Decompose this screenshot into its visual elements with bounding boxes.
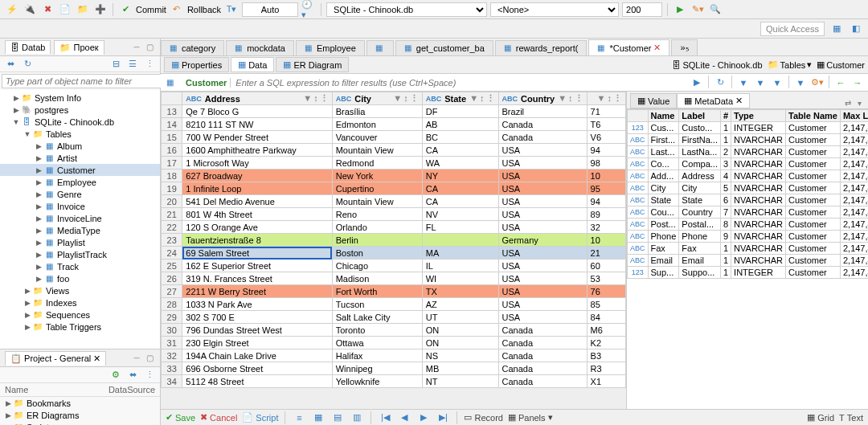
crumb-table[interactable]: ▦ Customer: [817, 59, 865, 70]
refresh-icon[interactable]: ↻: [20, 57, 35, 72]
editor-tab-get_customer_ba[interactable]: ▦get_customer_ba: [395, 40, 493, 55]
history-icon[interactable]: 🕘▾: [301, 2, 316, 17]
tab-value[interactable]: ▦ Value: [630, 93, 677, 108]
proj-item-er diagrams[interactable]: ▶📁ER Diagrams: [0, 409, 160, 421]
table-row[interactable]: 33696 Osborne StreetWinnipegMBCanadaR3: [162, 362, 626, 375]
proj-item-scripts[interactable]: ▶📁Scripts: [0, 421, 160, 425]
plug2-icon[interactable]: 🔌: [23, 2, 37, 17]
perspective1-icon[interactable]: ▦: [829, 22, 844, 36]
table-row[interactable]: 20541 Del Medio AvenueMountain ViewCAUSA…: [162, 195, 626, 208]
maximize-icon[interactable]: ▢: [144, 42, 155, 53]
table-row[interactable]: 13Qe 7 Bloco GBrasíliaDFBrazil71: [162, 105, 626, 118]
tab-metadata[interactable]: ▦ MetaData ✕: [677, 93, 750, 108]
sql-refresh-icon[interactable]: ↻: [713, 76, 727, 90]
meta-row[interactable]: ABCLast...LastNa...2NVARCHARCustomer2,14…: [628, 146, 869, 158]
sql-filter-toggle-icon[interactable]: ▼: [793, 76, 808, 90]
table-row[interactable]: 30796 Dundas Street WestTorontoONCanadaM…: [162, 324, 626, 337]
add-icon[interactable]: ➕: [93, 2, 108, 17]
tree-item-artist[interactable]: ▶▦Artist: [0, 152, 160, 164]
grid-view-button[interactable]: ▦ Grid: [807, 412, 834, 423]
table-row[interactable]: 26319 N. Frances StreetMadisonWIUSA53: [162, 272, 626, 285]
table-row[interactable]: 272211 W Berry StreetFort WorthTXUSA76: [162, 285, 626, 298]
tab-proek[interactable]: 📁 Проек: [54, 40, 104, 55]
table-row[interactable]: 281033 N Park AveTucsonAZUSA85: [162, 298, 626, 311]
tree-item-album[interactable]: ▶▦Album: [0, 140, 160, 152]
run-icon[interactable]: ▶: [673, 2, 687, 17]
subtab-data[interactable]: ▦ Data: [231, 57, 274, 72]
folder-icon[interactable]: 📁: [76, 2, 90, 17]
table-row[interactable]: 15700 W Pender StreetVancouverBCCanadaV6: [162, 131, 626, 144]
sql-filter-input[interactable]: [235, 78, 685, 88]
meta-row[interactable]: ABCStateState6NVARCHARCustomer2,147,483: [628, 194, 869, 206]
rollback-label[interactable]: Rollback: [187, 5, 221, 14]
table-row[interactable]: 18627 BroadwayNew YorkNYUSA10: [162, 170, 626, 182]
schema-select[interactable]: <None>: [490, 2, 619, 17]
tree-item-sequences[interactable]: ▶📁Sequences: [0, 309, 160, 321]
meta-menu-icon[interactable]: ⇄: [842, 97, 854, 108]
save-button[interactable]: ✔ Save: [166, 412, 195, 423]
sql-apply-icon[interactable]: ▶: [690, 76, 704, 90]
tab-datab[interactable]: 🗄 Datab: [5, 40, 51, 54]
commit-label[interactable]: Commit: [136, 5, 166, 14]
rollback-icon[interactable]: ↶: [170, 2, 184, 17]
tree-item-invoice[interactable]: ▶▦Invoice: [0, 200, 160, 212]
editor-tab-rewards_report-[interactable]: ▦rewards_report(: [495, 40, 588, 55]
proj-max-icon[interactable]: ▢: [144, 353, 155, 364]
tree-item-mediatype[interactable]: ▶▦MediaType: [0, 224, 160, 236]
editor-tab-category[interactable]: ▦category: [161, 40, 224, 55]
last-icon[interactable]: ▶|: [436, 411, 450, 425]
tree-filter-input[interactable]: [2, 74, 162, 88]
editor-tab--SQLite-Chino[interactable]: ▦: [366, 40, 394, 55]
table-row[interactable]: 345112 48 StreetYellowknifeNTCanadaX1: [162, 375, 626, 388]
btm-i1[interactable]: ≡: [292, 411, 306, 425]
cancel-button[interactable]: ✖ Cancel: [200, 412, 237, 423]
subtab-er-diagram[interactable]: ▦ ER Diagram: [276, 57, 349, 72]
tree-item-postgres[interactable]: ▶🐘postgres: [0, 104, 160, 116]
meta-row[interactable]: ABCPost...Postal...8NVARCHARCustomer2,14…: [628, 219, 869, 231]
brush-icon[interactable]: ✎▾: [690, 2, 705, 17]
btm-i3[interactable]: ▤: [330, 411, 345, 425]
editor-tab-mockdata[interactable]: ▦mockdata: [226, 40, 294, 55]
table-row[interactable]: 22120 S Orange AveOrlandoFLUSA32: [162, 221, 626, 234]
limit-input[interactable]: [622, 2, 662, 17]
tree-item-playlist[interactable]: ▶▦Playlist: [0, 236, 160, 248]
meta-row[interactable]: ABCEmailEmail1NVARCHARCustomer2,147,483: [628, 255, 869, 267]
proj-menu-icon[interactable]: ⋮: [142, 368, 157, 382]
table-row[interactable]: 161600 Amphitheatre ParkwayMountain View…: [162, 144, 626, 157]
record-button[interactable]: ▭ Record: [464, 412, 502, 423]
meta-row[interactable]: ABCCou...Country7NVARCHARCustomer2,147,4…: [628, 206, 869, 219]
prev-icon[interactable]: ◀: [397, 411, 411, 425]
subtab-properties[interactable]: ▦ Properties: [164, 57, 229, 72]
sql-f1-icon[interactable]: ▼: [736, 76, 751, 90]
table-row[interactable]: 29302 S 700 ESalt Lake CityUTUSA84: [162, 311, 626, 324]
editor-tab--Customer[interactable]: ▦*Customer ✕: [588, 39, 669, 55]
filter-icon[interactable]: ☰: [125, 57, 140, 72]
sql-f2-icon[interactable]: ▼: [753, 76, 768, 90]
tree-item-sqlite-chinook-db[interactable]: ▼🗄SQLite - Chinook.db: [0, 116, 160, 128]
tree-item-views[interactable]: ▶📁Views: [0, 284, 160, 296]
tree-item-genre[interactable]: ▶▦Genre: [0, 188, 160, 200]
table-row[interactable]: 21801 W 4th StreetRenoNVUSA89: [162, 208, 626, 221]
btm-i2[interactable]: ▦: [311, 411, 326, 425]
tree-item-table-triggers[interactable]: ▶📁Table Triggers: [0, 321, 160, 333]
tree-item-employee[interactable]: ▶▦Employee: [0, 176, 160, 188]
tree-item-customer[interactable]: ▶▦Customer: [0, 164, 160, 176]
datasource-select[interactable]: SQLite - Chinook.db: [326, 2, 487, 17]
meta-row[interactable]: ABCAdd...Address4NVARCHARCustomer2,147,4…: [628, 170, 869, 182]
meta-row[interactable]: ABCFaxFax1NVARCHARCustomer2,147,483: [628, 243, 869, 255]
menu-icon[interactable]: ⋮: [142, 57, 157, 72]
table-row[interactable]: 23Tauentzienstraße 8BerlinGermany10: [162, 234, 626, 247]
crumb-db[interactable]: 🗄 SQLite - Chinook.db: [672, 60, 762, 70]
script-button[interactable]: 📄 Script: [242, 412, 278, 423]
tree-item-invoiceline[interactable]: ▶▦InvoiceLine: [0, 212, 160, 224]
tree-item-tables[interactable]: ▼📁Tables: [0, 128, 160, 140]
proj-item-bookmarks[interactable]: ▶📁Bookmarks: [0, 397, 160, 409]
next-icon[interactable]: ▶: [416, 411, 431, 425]
editor-tab-Employee[interactable]: ▦Employee: [296, 40, 365, 55]
data-grid-wrapper[interactable]: ABCAddress▼↕⋮ABCCity▼↕⋮ABCState▼↕⋮ABCCou…: [161, 92, 627, 409]
crumb-tables[interactable]: 📁 Tables ▾: [768, 59, 813, 70]
panels-button[interactable]: ▦ Panels ▾: [508, 412, 553, 423]
table-row[interactable]: 2469 Salem StreetBostonMAUSA21: [162, 247, 626, 259]
tree-item-playlisttrack[interactable]: ▶▦PlaylistTrack: [0, 248, 160, 260]
table-row[interactable]: 25162 E Superior StreetChicagoILUSA60: [162, 259, 626, 272]
